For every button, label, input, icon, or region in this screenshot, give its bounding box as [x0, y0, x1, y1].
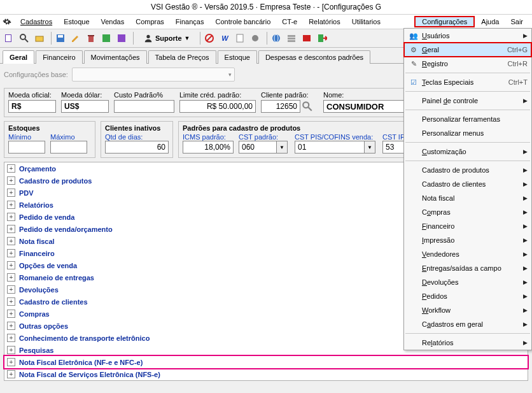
icms-input[interactable]	[183, 141, 234, 154]
menu-relatorios[interactable]: Relatórios▶	[404, 336, 531, 350]
tab-movimentacoes[interactable]: Movimentações	[84, 50, 147, 64]
tree-row[interactable]: +Nota Fiscal de Serviços Eletrônica (NFS…	[4, 368, 528, 380]
expand-icon[interactable]: +	[7, 310, 15, 318]
menu-impressao[interactable]: Impressão▶	[404, 233, 531, 247]
menu-usuarios[interactable]: 👥Usuários▶	[404, 29, 531, 43]
expand-icon[interactable]: +	[7, 285, 15, 294]
menu-person-menu[interactable]: Personalizar menus	[404, 126, 531, 140]
support-person-icon	[144, 34, 153, 43]
expand-icon[interactable]: +	[7, 201, 15, 209]
tool-w-icon[interactable]: W	[218, 32, 231, 45]
limite-input[interactable]	[179, 100, 256, 113]
tool-purple-icon[interactable]	[115, 32, 128, 45]
tool-edit-icon[interactable]	[69, 32, 82, 45]
expand-icon[interactable]: +	[7, 225, 15, 233]
custo-input[interactable]	[114, 100, 174, 113]
expand-icon[interactable]: +	[7, 273, 15, 282]
menu-cad-cli[interactable]: Cadastro de clientes▶	[404, 177, 531, 191]
tool-redstack-icon[interactable]	[300, 32, 313, 45]
expand-icon[interactable]: +	[7, 358, 15, 366]
min-input[interactable]	[8, 141, 45, 154]
menu-painel[interactable]: Painel de controle▶	[404, 94, 531, 108]
pis-input[interactable]	[295, 141, 365, 154]
chevron-down-icon[interactable]: ▼	[277, 141, 288, 154]
expand-icon[interactable]: +	[7, 189, 15, 197]
menu-customizacao[interactable]: Customização▶	[404, 145, 531, 159]
tab-despesas[interactable]: Despesas e descontos padrões	[258, 50, 370, 64]
menu-workflow[interactable]: Workflow▶	[404, 303, 531, 317]
tool-exit-icon[interactable]	[316, 32, 328, 45]
cst-input[interactable]	[239, 141, 277, 154]
menu-registro[interactable]: ✎RegistroCtrl+R	[404, 57, 531, 71]
tab-estoque[interactable]: Estoque	[218, 50, 257, 64]
moeda-oficial-input[interactable]	[8, 100, 56, 113]
tool-box-icon[interactable]	[33, 32, 46, 45]
menu-cad-prod[interactable]: Cadastro de produtos▶	[404, 163, 531, 177]
menu-sair[interactable]: Sair	[505, 17, 528, 27]
tree-row[interactable]: +Nota Fiscal Eletrônica (NF-e e NFC-e)	[4, 356, 528, 368]
magnify-icon[interactable]	[302, 101, 313, 112]
svg-rect-10	[118, 34, 125, 42]
expand-icon[interactable]: +	[7, 261, 15, 269]
max-input[interactable]	[50, 141, 87, 154]
tool-doc-icon[interactable]	[234, 32, 246, 45]
expand-icon[interactable]: +	[7, 237, 15, 245]
menu-cte[interactable]: CT-e	[277, 17, 302, 27]
expand-icon[interactable]: +	[7, 213, 15, 221]
menu-vendedores[interactable]: Vendedores▶	[404, 247, 531, 261]
qtd-dias-input[interactable]	[105, 141, 169, 154]
tool-world-icon[interactable]	[270, 32, 283, 45]
menu-controle-bancario[interactable]: Controle bancário	[210, 17, 276, 27]
menu-ajuda[interactable]: Ajuda	[476, 17, 504, 27]
expand-icon[interactable]: +	[7, 297, 15, 306]
expand-icon[interactable]: +	[7, 249, 15, 257]
tool-gear-icon[interactable]	[249, 32, 262, 45]
tab-geral[interactable]: Geral	[3, 50, 34, 64]
menu-devolucoes[interactable]: Devoluções▶	[404, 275, 531, 289]
tree-label: Opções de venda	[19, 262, 77, 269]
cliente-label: Cliente padrão:	[261, 91, 318, 99]
menu-entregas[interactable]: Entregas/saídas a campo▶	[404, 261, 531, 275]
menu-financas[interactable]: Finanças	[171, 17, 209, 27]
expand-icon[interactable]: +	[7, 370, 15, 378]
tool-stack-icon[interactable]	[285, 32, 298, 45]
tool-find-icon[interactable]	[18, 32, 31, 45]
expand-icon[interactable]: +	[7, 334, 15, 342]
tool-green-icon[interactable]	[100, 32, 113, 45]
expand-icon[interactable]: +	[7, 164, 15, 173]
expand-icon[interactable]: +	[7, 176, 15, 185]
expand-icon[interactable]: +	[7, 346, 15, 354]
menu-teclas[interactable]: ☑Teclas EspeciaisCtrl+T	[404, 75, 531, 89]
menu-pedidos[interactable]: Pedidos▶	[404, 289, 531, 303]
menu-vendas[interactable]: Vendas	[96, 17, 130, 27]
menu-estoque[interactable]: Estoque	[59, 17, 94, 27]
window-title: VSI Gestão ® - Versão 2019.5 · Empresa T…	[0, 0, 532, 15]
moeda-dolar-input[interactable]	[61, 100, 109, 113]
menu-configuracoes[interactable]: Configurações	[414, 16, 475, 27]
cliente-input[interactable]	[261, 100, 300, 113]
menu-relatorios[interactable]: Relatórios	[304, 17, 346, 27]
menu-geral[interactable]: ⚙GeralCtrl+G	[404, 43, 531, 57]
menu-nota[interactable]: Nota fiscal▶	[404, 191, 531, 205]
svg-rect-7	[88, 36, 94, 42]
chevron-down-icon[interactable]: ▼	[365, 141, 375, 154]
menu-cadastros[interactable]: Cadastros	[15, 17, 57, 27]
menu-compras[interactable]: Compras	[130, 17, 169, 27]
tool-book-icon[interactable]	[3, 32, 15, 45]
menu-compras[interactable]: Compras▶	[404, 205, 531, 219]
menu-financeiro2[interactable]: Financeiro▶	[404, 219, 531, 233]
menu-person-ferr[interactable]: Personalizar ferramentas	[404, 112, 531, 126]
expand-icon[interactable]: +	[7, 322, 15, 330]
tree-label: Compras	[19, 310, 50, 318]
config-base-combo[interactable]: ▾	[72, 68, 235, 82]
tab-financeiro[interactable]: Financeiro	[36, 50, 82, 64]
tab-tabela-precos[interactable]: Tabela de Preços	[148, 50, 216, 64]
submenu-arrow-icon: ▶	[523, 237, 528, 243]
toolbar-separator	[51, 32, 52, 45]
tool-save-icon[interactable]	[54, 32, 67, 45]
menu-utilitarios[interactable]: Utilitarios	[347, 17, 386, 27]
suporte-button[interactable]: Suporte ▼	[139, 32, 195, 44]
tool-trash-icon[interactable]	[85, 32, 97, 45]
tool-red-circle-icon[interactable]	[203, 32, 216, 45]
menu-cad-geral[interactable]: Cadastros em geral▶	[404, 317, 531, 331]
